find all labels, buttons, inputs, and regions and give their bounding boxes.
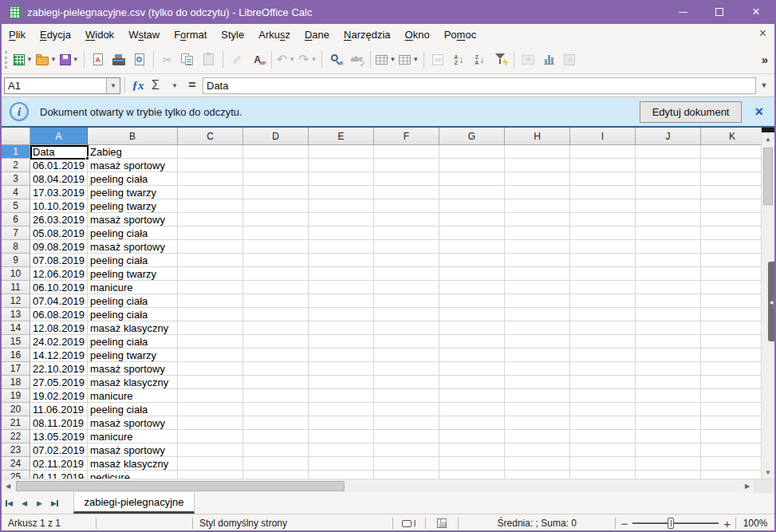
row-header-10[interactable]: 10 [2, 267, 30, 281]
cell-C21[interactable] [178, 416, 243, 430]
cell-F9[interactable] [374, 254, 439, 267]
menu-format[interactable]: Format [167, 26, 214, 44]
cell-B5[interactable]: peeling twarzy [88, 199, 178, 213]
cell-F3[interactable] [374, 172, 439, 186]
cell-F4[interactable] [374, 186, 439, 199]
cell-G20[interactable] [439, 403, 505, 416]
cell-G12[interactable] [439, 294, 505, 308]
vertical-scrollbar-thumb[interactable] [763, 148, 773, 205]
select-all-corner[interactable] [2, 128, 30, 145]
redo-dropdown-icon[interactable]: ▼ [311, 56, 317, 63]
cell-F14[interactable] [374, 321, 439, 335]
cell-H20[interactable] [505, 403, 570, 416]
cell-H11[interactable] [505, 281, 570, 294]
cell-J1[interactable] [636, 145, 701, 159]
cell-E13[interactable] [309, 308, 374, 321]
cell-B12[interactable]: peeling ciała [88, 294, 178, 308]
cell-A20[interactable]: 11.06.2019 [30, 403, 88, 416]
cell-E16[interactable] [309, 349, 374, 362]
cell-C25[interactable] [178, 471, 243, 479]
cell-A22[interactable]: 13.05.2019 [30, 430, 88, 443]
cell-B24[interactable]: masaż klasyczny [88, 457, 178, 471]
expand-formula-bar-icon[interactable]: ▼ [756, 81, 772, 89]
cell-A11[interactable]: 06.10.2019 [30, 281, 88, 294]
cell-C16[interactable] [178, 349, 243, 362]
zoom-level[interactable]: 100% [736, 518, 774, 529]
cell-G19[interactable] [439, 389, 505, 403]
cell-A23[interactable]: 07.02.2019 [30, 443, 88, 457]
cell-J4[interactable] [636, 186, 701, 199]
cell-B9[interactable]: peeling ciała [88, 254, 178, 267]
cell-A2[interactable]: 06.01.2019 [30, 159, 88, 172]
cell-E3[interactable] [309, 172, 374, 186]
cell-E10[interactable] [309, 267, 374, 281]
cell-J21[interactable] [636, 416, 701, 430]
cell-E11[interactable] [309, 281, 374, 294]
cell-D13[interactable] [243, 308, 309, 321]
cell-K13[interactable] [701, 308, 761, 321]
cell-J14[interactable] [636, 321, 701, 335]
page-style-status[interactable]: Styl domyślny strony [193, 518, 392, 529]
cell-I2[interactable] [570, 159, 636, 172]
edit-document-button[interactable]: Edytuj dokument [640, 101, 743, 123]
cell-A25[interactable]: 04.11.2019 [30, 471, 88, 479]
infobar-close-icon[interactable]: × [754, 104, 763, 119]
undo-dropdown-icon[interactable]: ▼ [289, 56, 295, 63]
cell-J24[interactable] [636, 457, 701, 471]
cell-B13[interactable]: peeling ciała [88, 308, 178, 321]
row-header-12[interactable]: 12 [2, 294, 30, 308]
cell-A19[interactable]: 19.02.2019 [30, 389, 88, 403]
cell-E23[interactable] [309, 443, 374, 457]
new-button[interactable]: ▼ [12, 49, 34, 71]
cell-A8[interactable]: 09.08.2019 [30, 240, 88, 254]
cell-G6[interactable] [439, 213, 505, 227]
cell-A10[interactable]: 12.06.2019 [30, 267, 88, 281]
cell-K17[interactable] [701, 362, 761, 376]
column-header-F[interactable]: F [374, 128, 439, 145]
sort-descending-button[interactable]: ZA↓ [469, 49, 490, 71]
cell-A12[interactable]: 07.04.2019 [30, 294, 88, 308]
cell-H9[interactable] [505, 254, 570, 267]
cell-I21[interactable] [570, 416, 636, 430]
menu-pomoc[interactable]: Pomoc [437, 26, 483, 44]
cell-J25[interactable] [636, 471, 701, 479]
save-button[interactable]: ▼ [58, 49, 81, 71]
menu-okno[interactable]: Okno [398, 26, 437, 44]
cell-D11[interactable] [243, 281, 309, 294]
cell-E6[interactable] [309, 213, 374, 227]
cell-C9[interactable] [178, 254, 243, 267]
cell-I12[interactable] [570, 294, 636, 308]
cell-E19[interactable] [309, 389, 374, 403]
row-header-6[interactable]: 6 [2, 213, 30, 227]
row-header-22[interactable]: 22 [2, 430, 30, 443]
row-header-14[interactable]: 14 [2, 321, 30, 335]
menu-edycja[interactable]: Edycja [33, 26, 78, 44]
cell-F20[interactable] [374, 403, 439, 416]
cell-K19[interactable] [701, 389, 761, 403]
row-header-24[interactable]: 24 [2, 457, 30, 471]
cell-G23[interactable] [439, 443, 505, 457]
cell-B6[interactable]: masaż sportowy [88, 213, 178, 227]
cell-B18[interactable]: masaż klasyczny [88, 376, 178, 389]
cell-J2[interactable] [636, 159, 701, 172]
cell-K8[interactable] [701, 240, 761, 254]
sum-icon[interactable]: Σ [147, 76, 164, 95]
cell-C18[interactable] [178, 376, 243, 389]
column-header-A[interactable]: A [30, 128, 88, 145]
cell-A24[interactable]: 02.11.2019 [30, 457, 88, 471]
cell-I15[interactable] [570, 335, 636, 349]
horizontal-scrollbar-thumb[interactable] [16, 481, 345, 491]
cell-D24[interactable] [243, 457, 309, 471]
column-header-B[interactable]: B [88, 128, 178, 145]
cell-G10[interactable] [439, 267, 505, 281]
cell-D15[interactable] [243, 335, 309, 349]
document-modified-icon[interactable] [426, 518, 458, 528]
cell-E9[interactable] [309, 254, 374, 267]
cell-G15[interactable] [439, 335, 505, 349]
cell-D6[interactable] [243, 213, 309, 227]
cell-H17[interactable] [505, 362, 570, 376]
cell-F21[interactable] [374, 416, 439, 430]
cell-E2[interactable] [309, 159, 374, 172]
column-header-J[interactable]: J [636, 128, 701, 145]
cell-F2[interactable] [374, 159, 439, 172]
